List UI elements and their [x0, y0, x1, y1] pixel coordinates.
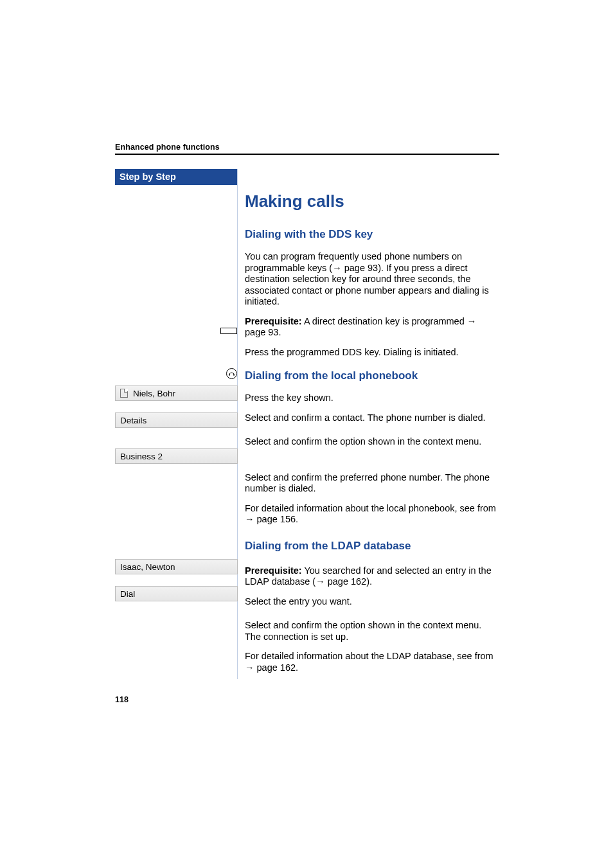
- contact-entry-label: Niels, Bohr: [133, 389, 175, 398]
- local-context: Select and confirm the option shown in t…: [245, 436, 499, 448]
- heading-ldap: Dialing from the LDAP database: [245, 540, 499, 553]
- contact-entry-button[interactable]: Niels, Bohr: [115, 385, 238, 401]
- details-option-button[interactable]: Details: [115, 412, 238, 428]
- ldap-prereq: Prerequisite: You searched for and selec…: [245, 565, 499, 588]
- dial-option-label: Dial: [120, 590, 135, 598]
- phonebook-glyph-icon: [229, 371, 235, 376]
- ldap-select: Select the entry you want.: [245, 596, 499, 608]
- details-option-label: Details: [120, 416, 147, 425]
- ldap-dial: Select and confirm the option shown in t…: [245, 620, 499, 642]
- svg-rect-0: [229, 375, 230, 376]
- page: Enhanced phone functions Step by Step Ni…: [0, 0, 613, 868]
- heading-dds: Dialing with the DDS key: [245, 228, 499, 241]
- svg-rect-1: [233, 375, 235, 376]
- prereq-label: Prerequisite:: [245, 316, 302, 326]
- horizontal-rule: [115, 154, 499, 155]
- contact-card-icon: [120, 389, 128, 398]
- ldap-detail-ref: For detailed information about the LDAP …: [245, 651, 499, 673]
- dds-body: You can program frequently used phone nu…: [245, 251, 499, 308]
- heading-local-phonebook: Dialing from the local phonebook: [245, 369, 499, 382]
- dds-prereq: Prerequisite: A direct destination key i…: [245, 316, 499, 339]
- local-detail-ref: For detailed information about the local…: [245, 503, 499, 526]
- heading-making-calls: Making calls: [245, 191, 499, 211]
- ldap-contact-label: Isaac, Newton: [120, 563, 175, 571]
- phonebook-key-icon: [226, 368, 237, 379]
- running-head: Enhanced phone functions: [115, 143, 220, 152]
- business-number-button[interactable]: Business 2: [115, 448, 238, 464]
- local-press-key: Press the key shown.: [245, 393, 499, 404]
- dial-option-button[interactable]: Dial: [115, 586, 238, 601]
- local-preferred: Select and confirm the preferred phone n…: [245, 472, 499, 495]
- programmable-key-icon: [220, 328, 237, 334]
- page-number: 118: [115, 695, 129, 704]
- dds-press: Press the programmed DDS key. Dialing is…: [245, 347, 499, 359]
- ldap-contact-button[interactable]: Isaac, Newton: [115, 559, 238, 574]
- prereq-label: Prerequisite:: [245, 565, 302, 576]
- local-select-contact: Select and confirm a contact. The phone …: [245, 412, 499, 424]
- content-column: Making calls Dialing with the DDS key Yo…: [245, 191, 499, 682]
- business-number-label: Business 2: [120, 452, 163, 461]
- step-by-step-header: Step by Step: [115, 169, 238, 185]
